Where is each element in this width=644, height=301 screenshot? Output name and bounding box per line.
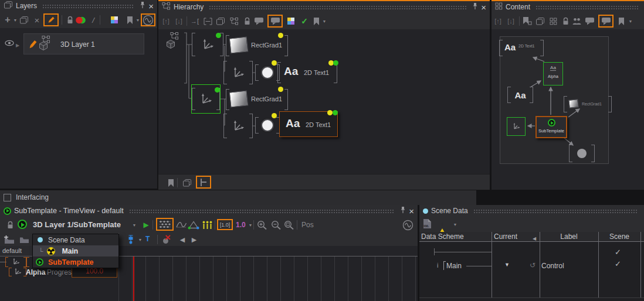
track-param-label[interactable]: Progres bbox=[47, 268, 72, 276]
layer-row[interactable]: 3D Layer 1 bbox=[23, 33, 144, 54]
delete-layer-button[interactable] bbox=[32, 13, 42, 26]
rectgrad-node-1[interactable]: RectGrad1 bbox=[230, 35, 284, 56]
keyframe-dropdown-icon[interactable] bbox=[135, 233, 145, 246]
axis-node-3[interactable] bbox=[228, 114, 249, 138]
timeline-grid[interactable] bbox=[118, 256, 418, 301]
close-icon[interactable] bbox=[481, 2, 486, 12]
event-dot[interactable] bbox=[278, 33, 283, 38]
comment-button[interactable] bbox=[584, 15, 595, 28]
column-divider[interactable] bbox=[640, 232, 641, 298]
color-label-button[interactable] bbox=[286, 15, 296, 28]
graph-aa-node[interactable]: Aa bbox=[511, 87, 529, 103]
collapse-button[interactable] bbox=[202, 15, 213, 28]
graph-subtemplate-node[interactable]: SubTemplate bbox=[535, 116, 567, 138]
close-icon[interactable] bbox=[409, 206, 414, 216]
edit-layer-button[interactable] bbox=[43, 13, 59, 26]
lock-layer-button[interactable] bbox=[65, 13, 75, 26]
alpha-circle-node-2[interactable] bbox=[259, 117, 276, 134]
prev-key-button[interactable] bbox=[177, 233, 188, 246]
row-scheme-label[interactable]: Main bbox=[446, 262, 462, 270]
time-marker-icon[interactable]: T bbox=[145, 235, 150, 243]
move-up-button[interactable] bbox=[493, 15, 503, 28]
col-header-current[interactable]: Current bbox=[494, 232, 517, 241]
curve-view-button[interactable] bbox=[176, 218, 187, 231]
column-divider[interactable] bbox=[598, 232, 599, 298]
graph-axis-node[interactable] bbox=[507, 117, 526, 136]
comment-visible-button[interactable] bbox=[267, 15, 283, 28]
event-dot[interactable] bbox=[272, 113, 277, 118]
interfacing-bar[interactable]: Interfacing bbox=[0, 190, 476, 205]
row-label-value[interactable]: Control bbox=[541, 262, 564, 270]
sort-icon[interactable] bbox=[533, 234, 536, 242]
warning-dropdown-icon[interactable] bbox=[450, 218, 460, 231]
layers-view-button[interactable] bbox=[182, 176, 192, 189]
play-button[interactable] bbox=[141, 218, 151, 231]
subtree-button[interactable] bbox=[229, 15, 239, 28]
duplicate-button[interactable] bbox=[535, 15, 545, 28]
mute-icon[interactable]: × bbox=[163, 233, 175, 245]
users-button[interactable] bbox=[571, 15, 582, 28]
root-node[interactable] bbox=[165, 32, 185, 53]
text-node-1[interactable]: Aa 2D Text1 bbox=[282, 62, 333, 83]
bookmark-dropdown-icon[interactable] bbox=[319, 15, 330, 28]
pin-icon[interactable] bbox=[400, 206, 406, 216]
graph-circle-node[interactable] bbox=[573, 145, 591, 162]
play-state-icon[interactable] bbox=[18, 220, 27, 229]
close-icon[interactable] bbox=[148, 1, 154, 11]
comment-button[interactable] bbox=[253, 15, 264, 28]
col-header-data-scheme[interactable]: Data Scheme bbox=[421, 232, 464, 241]
event-dot[interactable] bbox=[327, 110, 333, 115]
event-dot[interactable] bbox=[278, 87, 283, 92]
rectgrad-node-2[interactable]: RectGrad1 bbox=[230, 89, 284, 110]
duplicate-layer-button[interactable] bbox=[19, 13, 29, 26]
rig-view-button[interactable] bbox=[188, 218, 199, 231]
eye-icon[interactable] bbox=[5, 40, 14, 48]
track-axis-group[interactable] bbox=[8, 257, 23, 267]
xml-export-button[interactable]: XML bbox=[422, 218, 432, 231]
folder-button[interactable] bbox=[19, 233, 29, 246]
graph-rectgrad-node[interactable]: RectGrad1 bbox=[568, 96, 608, 112]
zoom-out-icon[interactable] bbox=[271, 218, 282, 231]
speed-dropdown-icon[interactable] bbox=[245, 218, 256, 231]
lock-button[interactable] bbox=[560, 15, 571, 28]
alpha-circle-node-1[interactable] bbox=[259, 64, 276, 81]
bookmark-add-button[interactable] bbox=[522, 15, 533, 28]
tab-default[interactable]: default bbox=[0, 246, 33, 256]
validate-check-icon[interactable] bbox=[299, 15, 310, 28]
zoom-reset-icon[interactable] bbox=[284, 218, 294, 231]
layer-solo-button[interactable] bbox=[88, 13, 99, 26]
next-key-button[interactable] bbox=[189, 233, 199, 246]
popup-item-main[interactable]: Main bbox=[33, 245, 118, 256]
event-dot[interactable] bbox=[272, 60, 277, 66]
pin-icon[interactable] bbox=[472, 2, 478, 12]
layer-expander-icon[interactable] bbox=[16, 40, 19, 49]
column-divider[interactable] bbox=[540, 232, 540, 298]
graph-alpha-node[interactable]: Aa Alpha bbox=[543, 62, 563, 85]
lock-icon[interactable] bbox=[5, 218, 15, 231]
insert-node-button[interactable] bbox=[189, 15, 200, 28]
animation-view-button[interactable] bbox=[141, 13, 155, 26]
active-dot[interactable] bbox=[333, 110, 338, 115]
popup-item-scene-data[interactable]: Scene Data bbox=[33, 234, 118, 245]
target-dropdown-icon[interactable] bbox=[129, 218, 140, 231]
track-group-label[interactable]: Alpha bbox=[26, 268, 45, 276]
bookmark-dropdown-icon[interactable] bbox=[625, 15, 636, 28]
grid-view-button[interactable] bbox=[548, 15, 558, 28]
lock-button[interactable] bbox=[242, 15, 252, 28]
active-dot[interactable] bbox=[333, 60, 338, 66]
pin-icon[interactable] bbox=[140, 1, 145, 11]
bookmark-button[interactable] bbox=[165, 176, 176, 189]
duplicate-node-button[interactable] bbox=[215, 15, 226, 28]
keyframe-columns-button[interactable] bbox=[202, 218, 213, 231]
axis-node-2[interactable] bbox=[228, 61, 249, 84]
comment-visible-button[interactable] bbox=[598, 15, 614, 28]
tree-view-button[interactable] bbox=[196, 176, 211, 189]
scene-check-2[interactable]: ✓ bbox=[615, 259, 621, 268]
current-dropdown-icon[interactable]: ▼ bbox=[504, 262, 510, 268]
scale-box-button[interactable]: [1.0] bbox=[217, 219, 233, 230]
reset-loop-icon[interactable] bbox=[530, 261, 535, 269]
zoom-in-icon[interactable] bbox=[257, 218, 267, 231]
graph-text-node[interactable]: Aa 2D Text1 bbox=[503, 40, 540, 56]
scene-check-1[interactable]: ✓ bbox=[615, 248, 621, 256]
color-label-button[interactable] bbox=[109, 13, 120, 26]
